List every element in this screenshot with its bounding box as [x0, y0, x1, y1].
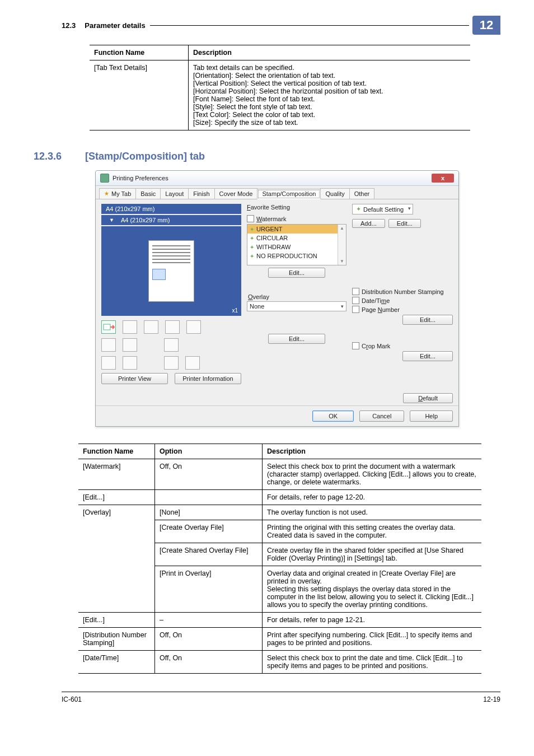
table-row: [Watermark] Off, On Select this check bo… — [78, 459, 481, 490]
favorite-add-button[interactable]: Add... — [352, 219, 385, 228]
close-button[interactable]: x — [432, 174, 454, 183]
watermark-label: Watermark — [256, 216, 286, 222]
chapter-number-box: 12 — [472, 16, 500, 35]
header-section-title: Parameter details — [85, 21, 145, 30]
table-row: [Overlay] [None] The overlay function is… — [78, 505, 481, 520]
subsection-heading: 12.3.6[Stamp/Composition] tab — [62, 151, 500, 162]
feature-icon-row-3 — [101, 356, 241, 370]
pagenumber-checkbox[interactable] — [352, 306, 359, 313]
feature-icon[interactable] — [164, 338, 179, 352]
favorite-edit-button[interactable]: Edit... — [388, 219, 421, 228]
table1-row-fn: [Tab Text Details] — [90, 60, 189, 130]
feature-icon[interactable] — [185, 356, 200, 370]
datetime-checkbox[interactable] — [352, 297, 359, 304]
feature-icon[interactable] — [144, 320, 158, 334]
page-footer: IC-601 12-19 — [62, 692, 500, 703]
overlay-dropdown[interactable]: None — [247, 301, 346, 311]
help-button[interactable]: Help — [410, 410, 453, 422]
printer-information-button[interactable]: Printer Information — [175, 373, 241, 384]
tab-other[interactable]: Other — [349, 188, 375, 199]
paper-size-output: ▼ A4 (210x297 mm) — [101, 215, 241, 225]
dialog-title-text: Printing Preferences — [113, 175, 168, 181]
printing-preferences-dialog: Printing Preferences x ★My Tab Basic Lay… — [95, 170, 459, 427]
dialog-tabstrip: ★My Tab Basic Layout Finish Cover Mode S… — [96, 186, 458, 199]
wrench-icon: ✦ — [250, 226, 254, 232]
watermark-listbox[interactable]: ✦URGENT ✦CIRCULAR ✦WITHDRAW ✦NO REPRODUC… — [247, 224, 346, 265]
tab-cover-mode[interactable]: Cover Mode — [214, 188, 258, 199]
page-preview: x1 — [101, 226, 241, 316]
table2-header-opt: Option — [155, 444, 263, 459]
cropmark-edit-button[interactable]: Edit... — [402, 351, 453, 361]
stamp-composition-table: Function Name Option Description [Waterm… — [78, 444, 481, 674]
table-row: [Distribution Number Stamping] Off, On P… — [78, 628, 481, 651]
favorite-setting-label: Favorite Setting — [247, 204, 290, 211]
paper-size-source: A4 (210x297 mm) — [101, 204, 241, 214]
distribution-number-checkbox[interactable] — [352, 288, 359, 295]
svg-rect-0 — [104, 324, 110, 330]
cancel-button[interactable]: Cancel — [359, 410, 404, 422]
overlay-label: Overlay — [248, 293, 346, 300]
footer-product: IC-601 — [62, 696, 82, 703]
table1-header-fn: Function Name — [90, 45, 189, 60]
printer-view-button[interactable]: Printer View — [101, 373, 168, 384]
cropmark-checkbox[interactable] — [352, 342, 359, 349]
feature-icon-row-1 — [101, 320, 241, 334]
table2-header-desc: Description — [263, 444, 482, 459]
star-icon: ★ — [104, 190, 109, 197]
feature-icon[interactable] — [165, 320, 180, 334]
table1-row-desc: Tab text details can be specified. [Orie… — [189, 60, 471, 130]
watermark-checkbox[interactable] — [247, 215, 254, 222]
table1-header-desc: Description — [189, 45, 471, 60]
default-button[interactable]: Default — [403, 393, 453, 403]
feature-icon-row-2 — [101, 338, 241, 352]
feature-icon[interactable] — [164, 356, 179, 370]
footer-page: 12-19 — [483, 696, 500, 703]
tab-finish[interactable]: Finish — [188, 188, 214, 199]
wrench-icon: ✦ — [250, 253, 254, 259]
watermark-edit-button[interactable]: Edit... — [268, 268, 325, 278]
preview-sheet — [148, 240, 194, 302]
dialog-titlebar[interactable]: Printing Preferences x — [96, 171, 458, 186]
tab-basic[interactable]: Basic — [135, 188, 161, 199]
feature-icon[interactable] — [123, 338, 137, 352]
wrench-icon: ✦ — [250, 244, 254, 250]
table-row: [Edit...] For details, refer to page 12-… — [78, 490, 481, 505]
tab-layout[interactable]: Layout — [160, 188, 189, 199]
cropmark-label: Crop Mark — [362, 343, 390, 349]
copies-count: x1 — [232, 307, 238, 314]
printer-icon — [100, 174, 109, 183]
feature-icon[interactable] — [123, 320, 137, 334]
favorite-setting-combo[interactable]: ✦Default Setting — [352, 204, 413, 214]
feature-icon[interactable] — [123, 356, 137, 370]
table-row: [Edit...] – For details, refer to page 1… — [78, 613, 481, 628]
stamp-edit-button[interactable]: Edit... — [402, 315, 453, 325]
tab-text-details-table: Function Name Description [Tab Text Deta… — [90, 45, 470, 130]
calendar-icon — [152, 269, 166, 280]
feature-icon[interactable] — [101, 356, 116, 370]
overlay-edit-button[interactable]: Edit... — [268, 334, 325, 344]
wrench-icon: ✦ — [250, 235, 254, 241]
header-section-number: 12.3 — [62, 21, 76, 30]
ok-button[interactable]: OK — [312, 410, 354, 422]
feature-icon[interactable] — [101, 320, 116, 334]
tab-stamp-composition[interactable]: Stamp/Composition — [257, 189, 321, 199]
tab-mytab[interactable]: ★My Tab — [99, 188, 136, 199]
tab-quality[interactable]: Quality — [320, 188, 349, 199]
datetime-label: Date/Time — [362, 297, 390, 304]
feature-icon[interactable] — [101, 338, 116, 352]
distribution-number-label: Distribution Number Stamping — [362, 288, 444, 295]
table-row: [Date/Time] Off, On Select this check bo… — [78, 651, 481, 674]
feature-icon[interactable] — [186, 320, 201, 334]
pagenumber-label: Page Number — [362, 306, 400, 313]
header-rule — [150, 25, 469, 26]
wrench-icon: ✦ — [356, 206, 361, 213]
listbox-scrollbar[interactable]: ▲▼ — [338, 225, 346, 265]
table2-header-fn: Function Name — [78, 444, 155, 459]
down-arrow-icon: ▼ — [109, 217, 114, 223]
